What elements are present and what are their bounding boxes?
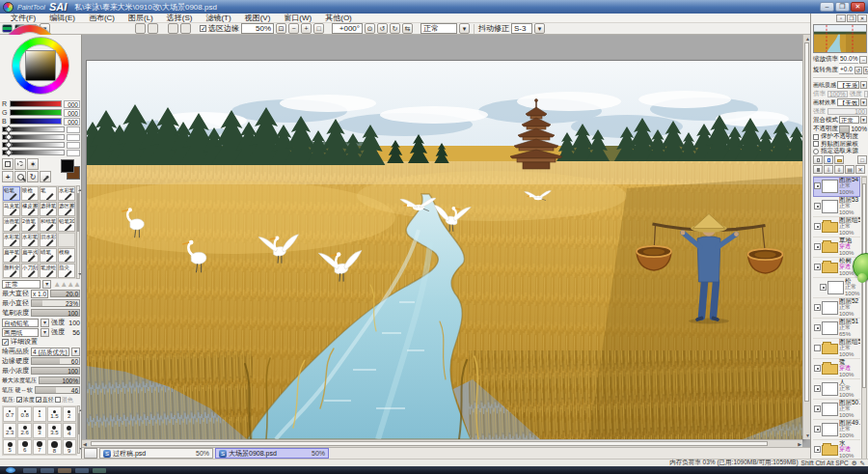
zoom-fit-button[interactable]: ⊡ — [276, 23, 286, 34]
transfer-down-button[interactable]: ⇩ — [824, 165, 833, 174]
new-layer-set-button[interactable] — [834, 155, 844, 164]
new-linework-layer-button[interactable] — [824, 155, 833, 164]
brush-item[interactable]: 铅笔30 — [58, 217, 75, 232]
nav-rotate-ccw-button[interactable]: ↺ — [854, 67, 862, 74]
brush-item[interactable]: 蜡笔 — [40, 248, 57, 263]
flip-canvas-button[interactable]: ⇆ — [402, 23, 413, 34]
stabilizer-dropdown-button[interactable]: ▾ — [534, 23, 545, 34]
magic-wand-tool[interactable]: ✶ — [27, 158, 39, 170]
brush-size-preset[interactable]: 9 — [63, 439, 76, 455]
brush-item[interactable]: 水彩笔 — [58, 186, 75, 201]
brush-item[interactable]: 小刀刮 — [21, 264, 39, 278]
eye-icon[interactable] — [814, 243, 821, 250]
color-value-field[interactable]: 000 — [64, 118, 80, 125]
paper-texture-dropdown[interactable]: 【无质感】 — [837, 81, 859, 89]
taskbar-item[interactable] — [58, 468, 71, 473]
menu-item[interactable]: 视图(V) — [238, 14, 278, 23]
color-value-field[interactable]: 000 — [64, 109, 80, 117]
mixer-slider[interactable] — [2, 134, 65, 140]
nav-zoom-out-button[interactable]: − — [859, 56, 867, 64]
maximize-button[interactable]: ❐ — [835, 2, 850, 12]
layer-list-scrollbar[interactable] — [861, 177, 867, 460]
color-wheel[interactable] — [11, 36, 72, 99]
minimize-button[interactable]: – — [820, 2, 834, 12]
layer-row[interactable]: 松 正常 100% — [813, 278, 860, 298]
taskbar-item[interactable] — [75, 468, 89, 473]
eye-icon[interactable] — [814, 203, 821, 209]
rotate-reset-button[interactable]: ⊙ — [365, 23, 375, 34]
rotate-view-tool[interactable]: ↻ — [27, 171, 39, 182]
paper-texture-dropdown-button[interactable]: ▾ — [860, 81, 867, 89]
color-slider[interactable] — [10, 100, 62, 107]
stabilizer-dropdown[interactable]: S-3 — [511, 23, 532, 34]
start-orb-icon[interactable] — [6, 467, 15, 473]
selection-source-radio[interactable] — [813, 149, 819, 154]
brush-grid-scrollbar[interactable] — [76, 185, 80, 279]
document-tab[interactable]: S 过程稿.psd 50% — [99, 448, 213, 459]
paint-mode-dropdown-button[interactable]: ▾ — [459, 23, 470, 34]
lasso-tool[interactable] — [14, 158, 26, 170]
brush-item[interactable]: 水彩笔9改 — [3, 233, 20, 247]
brush-item[interactable]: 笔 — [40, 186, 57, 201]
panel-detach-button[interactable]: ❐ — [847, 14, 856, 22]
preset-scrollbar[interactable] — [77, 405, 80, 454]
foreground-color-swatch[interactable] — [61, 159, 74, 173]
brush-item[interactable]: 水彩笔10改 — [21, 233, 39, 247]
brush-item[interactable]: 橡皮擦 — [21, 202, 39, 216]
brush-blend-dropdown-button[interactable]: ▾ — [42, 280, 51, 289]
brush-item[interactable]: 旧水彩 — [40, 233, 57, 247]
layer-row[interactable]: 水 穿透 100% — [813, 440, 860, 460]
mixer-slider[interactable] — [2, 150, 65, 155]
invert-selection-button[interactable] — [180, 23, 191, 34]
layer-blend-mode-dropdown[interactable]: 正常 — [839, 116, 859, 124]
pressure-diameter-checkbox[interactable] — [36, 397, 41, 403]
layer-mask-button[interactable]: □ — [857, 155, 867, 164]
blend-mode-dropdown-button[interactable]: ▾ — [860, 116, 867, 124]
tab-list-button[interactable] — [84, 448, 97, 459]
brush-size-preset[interactable]: 0.8 — [17, 406, 31, 422]
delete-layer-button[interactable]: ✕ — [855, 165, 865, 174]
redo-button[interactable] — [148, 23, 158, 34]
brush-size-preset[interactable]: 2.3 — [3, 423, 16, 438]
canvas-horizontal-scrollbar[interactable]: ◀▶ — [82, 439, 802, 447]
menu-item[interactable]: 编辑(E) — [42, 14, 82, 23]
menu-item[interactable]: 窗口(W) — [277, 14, 318, 23]
zoom-field[interactable]: 50% — [241, 23, 274, 34]
zoom-ratio-value[interactable]: 50.0% — [839, 55, 858, 64]
brush-size-preset[interactable]: 3 — [33, 423, 46, 438]
menu-item[interactable]: 画布(C) — [82, 14, 122, 23]
layer-row[interactable]: 图层53 正常 100% — [813, 197, 860, 217]
brush-texture-dropdown[interactable]: 画用纸 — [2, 328, 39, 337]
menu-item[interactable]: 选择(S) — [160, 14, 200, 23]
layer-row[interactable]: 图层组5 正常 100% — [813, 339, 860, 359]
layer-row[interactable]: 人 正常 100% — [813, 379, 860, 400]
mixer-slider[interactable] — [2, 126, 65, 132]
layer-row[interactable]: 草地 穿透 100% — [813, 237, 860, 258]
brush-size-preset[interactable]: 2 — [63, 406, 76, 422]
brush-item[interactable]: 扁平浅涂 — [21, 248, 39, 263]
color-slider[interactable] — [10, 109, 62, 116]
brush-size-preset[interactable]: 3.5 — [47, 423, 61, 438]
max-density-pressure-slider[interactable]: 100% — [39, 376, 80, 384]
quality-dropdown-button[interactable]: ▾ — [71, 348, 80, 356]
material-effect-dropdown-button[interactable]: ▾ — [860, 98, 867, 106]
menu-item[interactable]: 图层(L) — [122, 14, 160, 23]
pressure-hard-soft-slider[interactable]: 46 — [35, 386, 80, 394]
brush-size-preset[interactable]: 1 — [33, 406, 46, 422]
layer-opacity-slider[interactable] — [839, 125, 850, 133]
eye-icon[interactable] — [814, 446, 821, 453]
menu-item[interactable]: 其他(O) — [318, 14, 359, 23]
brush-size-preset[interactable]: 5 — [3, 439, 16, 455]
brush-size-preset[interactable]: 7 — [33, 439, 46, 455]
clipping-group-checkbox[interactable] — [813, 141, 819, 147]
brush-size-preset[interactable]: 6 — [17, 439, 31, 455]
canvas-painting[interactable] — [87, 61, 802, 439]
brush-item[interactable]: 选择笔 — [40, 202, 57, 216]
eye-icon[interactable] — [814, 405, 821, 412]
pressure-blend-checkbox[interactable] — [55, 397, 61, 403]
panel-close-button[interactable]: ✕ — [857, 14, 867, 22]
brush-item[interactable]: 喷枪 — [21, 186, 39, 201]
new-layer-button[interactable] — [813, 155, 823, 164]
quality-dropdown[interactable]: 4 (品质优先) — [31, 348, 69, 356]
rotate-cw-button[interactable]: ↻ — [390, 23, 400, 34]
